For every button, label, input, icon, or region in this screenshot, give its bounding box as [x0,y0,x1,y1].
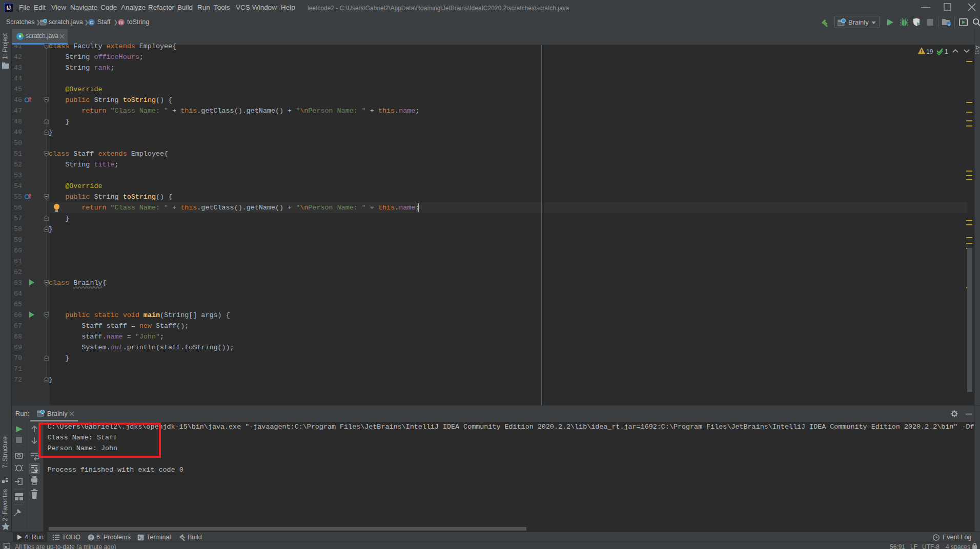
svg-text:1: 1 [945,48,948,55]
svg-text:C: C [90,19,93,25]
svg-text:m: m [119,19,124,25]
svg-text:IJ: IJ [7,5,11,11]
svg-text:19: 19 [926,48,933,55]
